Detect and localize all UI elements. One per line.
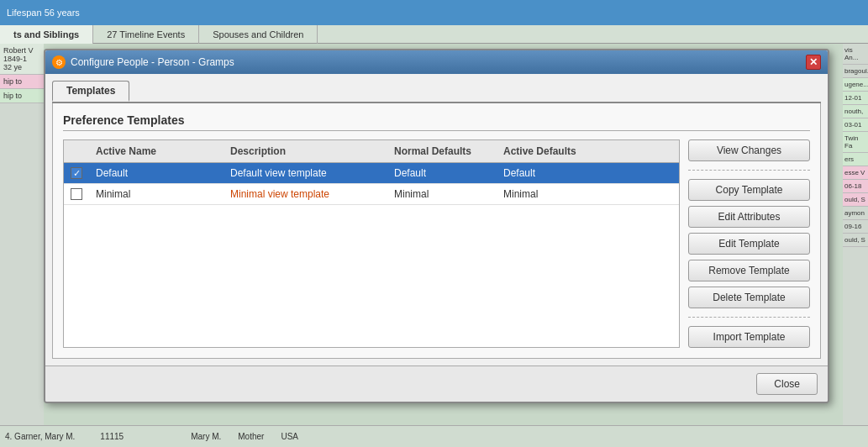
right-card-1: vis An... xyxy=(843,44,868,65)
table-buttons-container: Active Name Description Normal Defaults … xyxy=(63,139,810,348)
left-person-card-3: hip to xyxy=(0,89,44,103)
left-person-card-2: hip to xyxy=(0,75,44,89)
copy-template-button[interactable]: Copy Template xyxy=(688,179,810,201)
col-header-name: Active Name xyxy=(89,144,224,159)
dialog-title-icon: ⚙ xyxy=(52,55,66,69)
dialog-body: Templates Preference Templates Active Na… xyxy=(45,74,828,365)
table-header: Active Name Description Normal Defaults … xyxy=(64,140,679,163)
tab-content: Preference Templates Active Name Descrip… xyxy=(52,103,821,359)
close-button[interactable]: Close xyxy=(756,373,818,395)
divider-2 xyxy=(688,317,810,318)
divider-1 xyxy=(688,170,810,171)
left-person-card-1: Robert V 1849-1 32 ye xyxy=(0,44,44,75)
tab-spouses[interactable]: Spouses and Children xyxy=(199,25,318,44)
section-heading: Preference Templates xyxy=(63,113,810,131)
templates-table: Active Name Description Normal Defaults … xyxy=(63,139,680,348)
import-template-button[interactable]: Import Template xyxy=(688,326,810,348)
cell-name-minimal: Minimal xyxy=(89,187,224,202)
cell-active-default: Default xyxy=(497,166,606,181)
dialog-tab-strip: Templates xyxy=(52,81,821,103)
cell-active-minimal: Minimal xyxy=(497,187,606,202)
top-toolbar: Lifespan 56 years xyxy=(0,0,868,25)
right-card-13: 09-16 xyxy=(843,220,868,234)
right-card-14: ould, S xyxy=(843,234,868,247)
right-card-11: ould, S xyxy=(843,193,868,207)
right-people-panel: vis An... bragoul... ugene... 12-01 nout… xyxy=(843,44,868,425)
right-card-6: 03-01 xyxy=(843,118,868,132)
dialog-title-area: ⚙ Configure People - Person - Gramps xyxy=(52,55,234,69)
dialog-close-button[interactable]: ✕ xyxy=(806,55,821,70)
delete-template-button[interactable]: Delete Template xyxy=(688,287,810,308)
dialog-title-text: Configure People - Person - Gramps xyxy=(71,56,234,68)
right-card-5: nouth, xyxy=(843,105,868,118)
tab-siblings[interactable]: ts and Siblings xyxy=(0,25,93,44)
tab-timeline[interactable]: 27 Timeline Events xyxy=(93,25,199,44)
configure-dialog: ⚙ Configure People - Person - Gramps ✕ T… xyxy=(44,49,829,403)
right-card-8: ers xyxy=(843,153,868,166)
col-header-desc: Description xyxy=(224,144,387,159)
checkbox-minimal[interactable] xyxy=(64,188,89,200)
col-header-normal: Normal Defaults xyxy=(387,144,497,159)
tab-templates[interactable]: Templates xyxy=(52,81,129,102)
right-card-12: aymon xyxy=(843,207,868,220)
cell-normal-minimal: Minimal xyxy=(387,187,497,202)
table-row-default[interactable]: ✓ Default Default view template Default … xyxy=(64,163,679,184)
col-header-check xyxy=(64,144,89,159)
right-card-2: bragoul... xyxy=(843,65,868,78)
checkbox-check-minimal xyxy=(71,188,82,200)
edit-attributes-button[interactable]: Edit Attributes xyxy=(688,206,810,228)
bottom-person-row: 4. Garner, Mary M. 11115 Mary M. Mother … xyxy=(0,425,868,447)
lifespan-label: Lifespan 56 years xyxy=(7,8,80,18)
tab-bar: ts and Siblings 27 Timeline Events Spous… xyxy=(0,25,868,44)
right-card-7: Twin Fa xyxy=(843,132,868,153)
dialog-footer: Close xyxy=(45,365,828,402)
cell-normal-default: Default xyxy=(387,166,497,181)
remove-template-button[interactable]: Remove Template xyxy=(688,260,810,281)
cell-name-default: Default xyxy=(89,166,224,181)
table-row-minimal[interactable]: Minimal Minimal view template Minimal Mi… xyxy=(64,184,679,205)
checkbox-check-default: ✓ xyxy=(71,167,82,179)
right-card-10: 06-18 xyxy=(843,180,868,193)
left-people-panel: Robert V 1849-1 32 ye hip to hip to xyxy=(0,44,44,425)
right-card-9: esse V xyxy=(843,166,868,180)
cell-desc-minimal: Minimal view template xyxy=(224,187,387,202)
checkbox-default[interactable]: ✓ xyxy=(64,167,89,179)
col-header-active: Active Defaults xyxy=(497,144,606,159)
cell-desc-default: Default view template xyxy=(224,166,387,181)
right-card-3: ugene... xyxy=(843,78,868,92)
view-changes-button[interactable]: View Changes xyxy=(688,139,810,161)
action-buttons-panel: View Changes Copy Template Edit Attribut… xyxy=(688,139,810,348)
dialog-titlebar: ⚙ Configure People - Person - Gramps ✕ xyxy=(45,50,828,74)
edit-template-button[interactable]: Edit Template xyxy=(688,233,810,255)
right-card-4: 12-01 xyxy=(843,92,868,105)
